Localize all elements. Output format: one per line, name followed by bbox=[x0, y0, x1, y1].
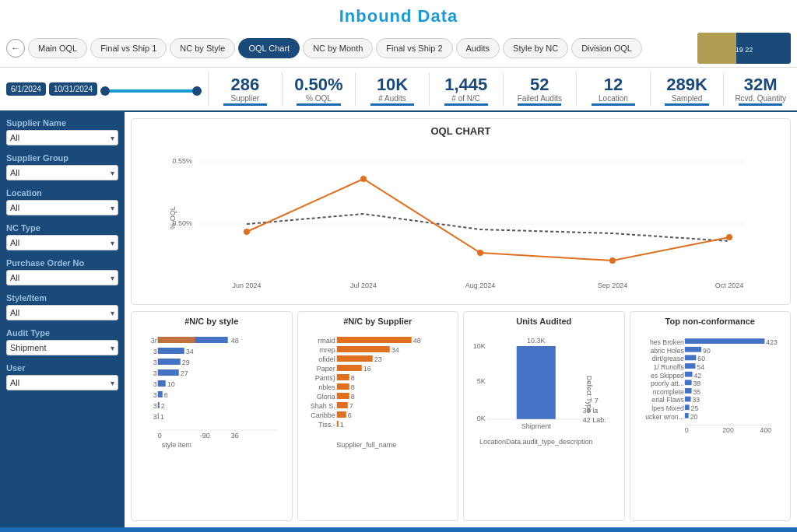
svg-rect-26 bbox=[158, 359, 181, 365]
filter-label-1: Supplier Group bbox=[6, 153, 118, 163]
svg-text:42 Lab.: 42 Lab. bbox=[583, 416, 606, 424]
svg-text:Jun 2024: Jun 2024 bbox=[232, 282, 261, 289]
tab-final-vs-ship-2[interactable]: Final vs Ship 2 bbox=[376, 38, 452, 58]
svg-text:16: 16 bbox=[363, 365, 370, 373]
date-end[interactable]: 10/31/2024 bbox=[49, 82, 97, 96]
filter-select-2[interactable]: All bbox=[6, 200, 118, 215]
svg-text:423: 423 bbox=[766, 338, 778, 346]
svg-text:rmaid: rmaid bbox=[318, 337, 335, 345]
filter-select-5[interactable]: All bbox=[6, 305, 118, 320]
filter-select-0[interactable]: All bbox=[6, 130, 118, 145]
nc-by-supplier-chart: #N/C by Supplier rmaid 48 mrep 34 ofidel… bbox=[297, 311, 459, 521]
svg-rect-41 bbox=[158, 413, 159, 419]
nc-supplier-svg: rmaid 48 mrep 34 ofidel 23 Paper 16 Pant… bbox=[303, 329, 454, 450]
filter-select-1[interactable]: All bbox=[6, 165, 118, 180]
svg-rect-107 bbox=[684, 380, 691, 386]
svg-text:Paper: Paper bbox=[316, 365, 335, 373]
units-audited-title: Units Audited bbox=[469, 317, 620, 326]
oql-chart-container: OQL CHART 0.55% 0.50% % OQL Jun 2024 Jul… bbox=[131, 118, 791, 305]
filter-label-2: Location bbox=[6, 188, 118, 198]
bottom-bar bbox=[0, 527, 797, 532]
svg-text:nbles: nbles bbox=[318, 383, 335, 391]
filter-select-3[interactable]: All bbox=[6, 235, 118, 250]
svg-rect-61 bbox=[336, 374, 349, 380]
svg-rect-82 bbox=[517, 346, 556, 419]
svg-text:erial Flaws: erial Flaws bbox=[651, 397, 684, 404]
svg-rect-95 bbox=[684, 347, 700, 352]
stat-value-1: 0.50% bbox=[294, 75, 342, 94]
tab-main-oql[interactable]: Main OQL bbox=[28, 38, 87, 58]
date-slider[interactable] bbox=[100, 89, 202, 93]
svg-rect-76 bbox=[336, 421, 338, 427]
svg-rect-104 bbox=[684, 372, 692, 377]
svg-text:33: 33 bbox=[692, 397, 700, 404]
svg-text:200: 200 bbox=[722, 426, 734, 434]
filter-select-4[interactable]: All bbox=[6, 270, 118, 285]
stat-value-5: 12 bbox=[604, 75, 623, 94]
filter-group-0: Supplier NameAll bbox=[6, 118, 118, 145]
svg-text:19  22: 19 22 bbox=[736, 46, 753, 54]
svg-rect-92 bbox=[684, 338, 764, 344]
stat-label-7: Rcvd. Quantity bbox=[735, 94, 786, 103]
svg-text:8: 8 bbox=[350, 383, 354, 391]
svg-text:3: 3 bbox=[153, 359, 157, 366]
top-nc-chart: Top non-conformance hes Broken 423 abric… bbox=[630, 311, 792, 521]
svg-text:39 la: 39 la bbox=[583, 407, 599, 415]
filter-group-4: Purchase Order NoAll bbox=[6, 258, 118, 285]
tab-oql-chart[interactable]: OQL Chart bbox=[238, 38, 300, 58]
filter-label-4: Purchase Order No bbox=[6, 258, 118, 268]
svg-text:7: 7 bbox=[349, 402, 353, 410]
stat-item-3: 1,445# of N/C bbox=[429, 72, 503, 106]
svg-text:% OQL: % OQL bbox=[169, 206, 177, 229]
tab-nc-by-month[interactable]: NC by Month bbox=[303, 38, 373, 58]
sidebar: Supplier NameAllSupplier GroupAllLocatio… bbox=[0, 112, 125, 527]
stat-item-4: 52Failed Audits bbox=[503, 72, 577, 106]
tab-nc-by-style[interactable]: NC by Style bbox=[170, 38, 235, 58]
svg-text:poorly att...: poorly att... bbox=[650, 380, 683, 387]
stat-value-3: 1,445 bbox=[444, 75, 487, 94]
svg-text:10K: 10K bbox=[473, 342, 486, 350]
tab-final-vs-ship-1[interactable]: Final vs Ship 1 bbox=[90, 38, 167, 58]
svg-text:29: 29 bbox=[182, 359, 190, 366]
svg-text:Oct 2024: Oct 2024 bbox=[715, 282, 744, 289]
svg-text:25: 25 bbox=[690, 404, 698, 412]
svg-rect-119 bbox=[684, 413, 688, 418]
svg-text:3: 3 bbox=[153, 348, 157, 355]
svg-rect-23 bbox=[158, 348, 184, 354]
svg-text:90: 90 bbox=[703, 347, 711, 355]
filter-label-7: User bbox=[6, 363, 118, 373]
filter-label-0: Supplier Name bbox=[6, 118, 118, 128]
svg-text:Jul 2024: Jul 2024 bbox=[350, 282, 377, 289]
svg-text:27: 27 bbox=[181, 369, 188, 377]
filter-select-6[interactable]: Shipment bbox=[6, 340, 118, 355]
units-audited-chart: Units Audited 10K 5K 0K 10.3K Shipment bbox=[463, 311, 625, 521]
svg-text:54: 54 bbox=[697, 363, 704, 371]
svg-point-14 bbox=[360, 176, 367, 182]
tab-division-oql[interactable]: Division OQL bbox=[571, 38, 642, 58]
top-nc-svg: hes Broken 423 abric Holes 90 dirt/greas… bbox=[635, 329, 786, 450]
tab-audits[interactable]: Audits bbox=[456, 38, 500, 58]
filter-label-6: Audit Type bbox=[6, 328, 118, 338]
back-button[interactable]: ← bbox=[6, 39, 25, 58]
svg-rect-110 bbox=[684, 388, 691, 394]
svg-text:7: 7 bbox=[595, 397, 599, 404]
svg-text:0K: 0K bbox=[477, 415, 486, 422]
filter-select-7[interactable]: All bbox=[6, 375, 118, 390]
svg-text:38: 38 bbox=[693, 380, 700, 387]
svg-rect-64 bbox=[336, 383, 349, 390]
svg-text:ofidel: ofidel bbox=[318, 355, 335, 363]
svg-text:36: 36 bbox=[231, 432, 239, 439]
filter-group-6: Audit TypeShipment bbox=[6, 328, 118, 355]
svg-text:3: 3 bbox=[153, 380, 157, 388]
svg-text:3: 3 bbox=[153, 402, 157, 410]
svg-text:0: 0 bbox=[158, 432, 162, 439]
svg-text:Pants): Pants) bbox=[314, 374, 335, 382]
tab-style-by-nc[interactable]: Style by NC bbox=[503, 38, 568, 58]
nc-by-style-chart: #N/C by style 3r 48 3 34 3 29 3 bbox=[131, 311, 293, 521]
date-start[interactable]: 6/1/2024 bbox=[6, 82, 46, 96]
svg-text:48: 48 bbox=[413, 337, 420, 345]
svg-rect-52 bbox=[336, 346, 389, 352]
svg-text:style item: style item bbox=[162, 441, 191, 449]
chart-area: OQL CHART 0.55% 0.50% % OQL Jun 2024 Jul… bbox=[125, 112, 797, 527]
tabs-container: Main OQLFinal vs Ship 1NC by StyleOQL Ch… bbox=[28, 38, 642, 58]
